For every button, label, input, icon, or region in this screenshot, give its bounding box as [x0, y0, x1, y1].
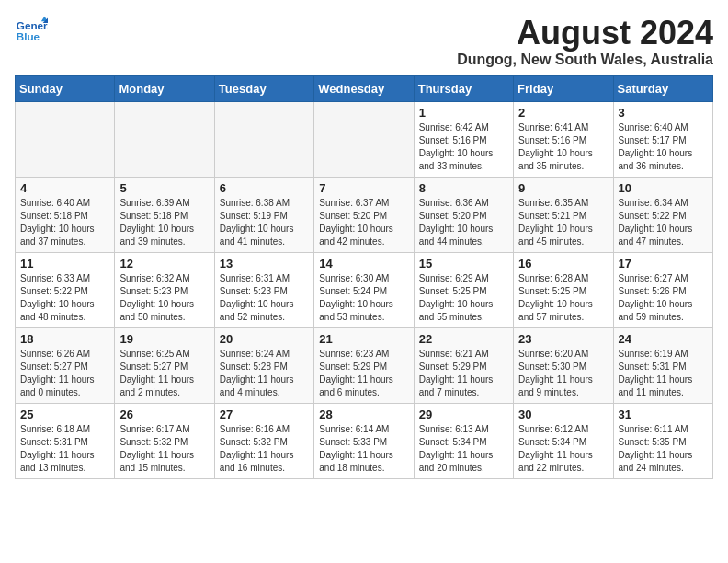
day-number: 1	[419, 106, 508, 120]
day-number: 7	[319, 181, 408, 195]
day-number: 26	[119, 408, 209, 421]
calendar-cell	[16, 101, 115, 177]
day-info: Sunrise: 6:28 AM Sunset: 5:25 PM Dayligh…	[518, 272, 608, 324]
calendar-cell: 14Sunrise: 6:30 AM Sunset: 5:24 PM Dayli…	[314, 252, 414, 327]
day-info: Sunrise: 6:25 AM Sunset: 5:27 PM Dayligh…	[119, 348, 209, 399]
col-header-wednesday: Wednesday	[314, 75, 414, 101]
day-number: 5	[119, 181, 209, 195]
day-info: Sunrise: 6:16 AM Sunset: 5:32 PM Dayligh…	[220, 423, 309, 475]
day-number: 18	[20, 332, 109, 346]
day-info: Sunrise: 6:41 AM Sunset: 5:16 PM Dayligh…	[518, 121, 608, 173]
day-number: 9	[518, 181, 608, 195]
day-number: 13	[220, 257, 309, 270]
day-info: Sunrise: 6:34 AM Sunset: 5:22 PM Dayligh…	[619, 197, 708, 248]
calendar-cell: 26Sunrise: 6:17 AM Sunset: 5:32 PM Dayli…	[115, 403, 214, 478]
col-header-saturday: Saturday	[613, 75, 712, 101]
day-number: 27	[220, 408, 309, 421]
day-info: Sunrise: 6:36 AM Sunset: 5:20 PM Dayligh…	[419, 197, 508, 248]
day-info: Sunrise: 6:29 AM Sunset: 5:25 PM Dayligh…	[419, 272, 508, 324]
day-number: 28	[319, 408, 408, 421]
calendar-cell: 28Sunrise: 6:14 AM Sunset: 5:33 PM Dayli…	[314, 403, 414, 478]
calendar-cell: 31Sunrise: 6:11 AM Sunset: 5:35 PM Dayli…	[613, 403, 712, 478]
day-number: 4	[20, 181, 109, 195]
title-block: August 2024 Dungog, New South Wales, Aus…	[457, 15, 713, 68]
day-info: Sunrise: 6:20 AM Sunset: 5:30 PM Dayligh…	[518, 348, 608, 399]
day-info: Sunrise: 6:37 AM Sunset: 5:20 PM Dayligh…	[319, 197, 408, 248]
day-info: Sunrise: 6:23 AM Sunset: 5:29 PM Dayligh…	[319, 348, 408, 399]
calendar-cell: 2Sunrise: 6:41 AM Sunset: 5:16 PM Daylig…	[514, 101, 613, 177]
calendar-cell	[214, 101, 313, 177]
calendar-cell: 3Sunrise: 6:40 AM Sunset: 5:17 PM Daylig…	[613, 101, 712, 177]
day-number: 30	[518, 408, 608, 421]
day-number: 31	[619, 408, 708, 421]
day-number: 16	[518, 257, 608, 270]
calendar-cell: 10Sunrise: 6:34 AM Sunset: 5:22 PM Dayli…	[613, 177, 712, 252]
calendar-header-row: SundayMondayTuesdayWednesdayThursdayFrid…	[16, 75, 713, 101]
calendar-cell: 13Sunrise: 6:31 AM Sunset: 5:23 PM Dayli…	[214, 252, 313, 327]
day-info: Sunrise: 6:14 AM Sunset: 5:33 PM Dayligh…	[319, 423, 408, 475]
calendar-cell: 24Sunrise: 6:19 AM Sunset: 5:31 PM Dayli…	[613, 327, 712, 403]
day-info: Sunrise: 6:27 AM Sunset: 5:26 PM Dayligh…	[619, 272, 708, 324]
day-number: 21	[319, 332, 408, 346]
day-info: Sunrise: 6:30 AM Sunset: 5:24 PM Dayligh…	[319, 272, 408, 324]
calendar-cell	[115, 101, 214, 177]
calendar-cell: 1Sunrise: 6:42 AM Sunset: 5:16 PM Daylig…	[414, 101, 513, 177]
calendar-cell: 6Sunrise: 6:38 AM Sunset: 5:19 PM Daylig…	[214, 177, 313, 252]
day-info: Sunrise: 6:39 AM Sunset: 5:18 PM Dayligh…	[119, 197, 209, 248]
day-info: Sunrise: 6:31 AM Sunset: 5:23 PM Dayligh…	[220, 272, 309, 324]
calendar-cell: 7Sunrise: 6:37 AM Sunset: 5:20 PM Daylig…	[314, 177, 414, 252]
day-info: Sunrise: 6:40 AM Sunset: 5:17 PM Dayligh…	[619, 121, 708, 173]
day-number: 17	[619, 257, 708, 270]
calendar-week-row: 4Sunrise: 6:40 AM Sunset: 5:18 PM Daylig…	[16, 177, 713, 252]
calendar-week-row: 25Sunrise: 6:18 AM Sunset: 5:31 PM Dayli…	[16, 403, 713, 478]
day-number: 6	[220, 181, 309, 195]
calendar-cell: 15Sunrise: 6:29 AM Sunset: 5:25 PM Dayli…	[414, 252, 513, 327]
col-header-monday: Monday	[115, 75, 214, 101]
day-info: Sunrise: 6:12 AM Sunset: 5:34 PM Dayligh…	[518, 423, 608, 475]
day-info: Sunrise: 6:17 AM Sunset: 5:32 PM Dayligh…	[119, 423, 209, 475]
day-info: Sunrise: 6:32 AM Sunset: 5:23 PM Dayligh…	[119, 272, 209, 324]
logo: General Blue	[15, 15, 48, 48]
calendar-week-row: 18Sunrise: 6:26 AM Sunset: 5:27 PM Dayli…	[16, 327, 713, 403]
calendar-cell: 9Sunrise: 6:35 AM Sunset: 5:21 PM Daylig…	[514, 177, 613, 252]
day-number: 12	[119, 257, 209, 270]
calendar-cell: 5Sunrise: 6:39 AM Sunset: 5:18 PM Daylig…	[115, 177, 214, 252]
day-number: 23	[518, 332, 608, 346]
day-number: 14	[319, 257, 408, 270]
day-info: Sunrise: 6:24 AM Sunset: 5:28 PM Dayligh…	[220, 348, 309, 399]
calendar-cell: 20Sunrise: 6:24 AM Sunset: 5:28 PM Dayli…	[214, 327, 313, 403]
day-info: Sunrise: 6:13 AM Sunset: 5:34 PM Dayligh…	[419, 423, 508, 475]
calendar-cell: 19Sunrise: 6:25 AM Sunset: 5:27 PM Dayli…	[115, 327, 214, 403]
day-info: Sunrise: 6:42 AM Sunset: 5:16 PM Dayligh…	[419, 121, 508, 173]
day-info: Sunrise: 6:38 AM Sunset: 5:19 PM Dayligh…	[220, 197, 309, 248]
day-info: Sunrise: 6:18 AM Sunset: 5:31 PM Dayligh…	[20, 423, 109, 475]
calendar-cell: 4Sunrise: 6:40 AM Sunset: 5:18 PM Daylig…	[16, 177, 115, 252]
calendar-table: SundayMondayTuesdayWednesdayThursdayFrid…	[15, 75, 713, 479]
day-number: 10	[619, 181, 708, 195]
svg-text:Blue: Blue	[17, 30, 40, 42]
calendar-cell: 18Sunrise: 6:26 AM Sunset: 5:27 PM Dayli…	[16, 327, 115, 403]
day-info: Sunrise: 6:21 AM Sunset: 5:29 PM Dayligh…	[419, 348, 508, 399]
day-info: Sunrise: 6:11 AM Sunset: 5:35 PM Dayligh…	[619, 423, 708, 475]
calendar-cell: 8Sunrise: 6:36 AM Sunset: 5:20 PM Daylig…	[414, 177, 513, 252]
calendar-cell: 17Sunrise: 6:27 AM Sunset: 5:26 PM Dayli…	[613, 252, 712, 327]
day-number: 19	[119, 332, 209, 346]
location-subtitle: Dungog, New South Wales, Australia	[457, 52, 713, 68]
page-header: General Blue August 2024 Dungog, New Sou…	[15, 15, 713, 68]
day-number: 3	[619, 106, 708, 120]
col-header-friday: Friday	[514, 75, 613, 101]
day-info: Sunrise: 6:35 AM Sunset: 5:21 PM Dayligh…	[518, 197, 608, 248]
calendar-week-row: 11Sunrise: 6:33 AM Sunset: 5:22 PM Dayli…	[16, 252, 713, 327]
calendar-cell: 11Sunrise: 6:33 AM Sunset: 5:22 PM Dayli…	[16, 252, 115, 327]
calendar-cell: 25Sunrise: 6:18 AM Sunset: 5:31 PM Dayli…	[16, 403, 115, 478]
day-number: 8	[419, 181, 508, 195]
day-info: Sunrise: 6:40 AM Sunset: 5:18 PM Dayligh…	[20, 197, 109, 248]
calendar-cell: 27Sunrise: 6:16 AM Sunset: 5:32 PM Dayli…	[214, 403, 313, 478]
calendar-cell: 16Sunrise: 6:28 AM Sunset: 5:25 PM Dayli…	[514, 252, 613, 327]
col-header-tuesday: Tuesday	[214, 75, 313, 101]
col-header-sunday: Sunday	[16, 75, 115, 101]
day-number: 15	[419, 257, 508, 270]
month-year-title: August 2024	[457, 15, 713, 52]
calendar-cell: 21Sunrise: 6:23 AM Sunset: 5:29 PM Dayli…	[314, 327, 414, 403]
day-info: Sunrise: 6:26 AM Sunset: 5:27 PM Dayligh…	[20, 348, 109, 399]
